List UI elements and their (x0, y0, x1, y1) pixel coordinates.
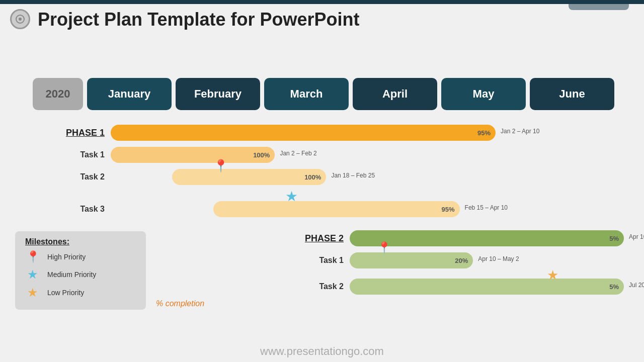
legend-item-high: 📍 High Priority (25, 250, 136, 263)
phase2-task1-bar-container: 📍 20% Apr 10 – May 2 (350, 252, 624, 268)
phase2-date: Apr 10 – Jun 10 (629, 233, 644, 240)
legend-item-medium: ★ Medium Priority (25, 267, 136, 282)
svg-point-1 (19, 18, 22, 21)
phase1-task3-bar: 95% (213, 201, 460, 217)
high-priority-legend-icon: 📍 (25, 250, 40, 263)
phase2-task1-date: Apr 10 – May 2 (478, 255, 519, 262)
phase1-task3-date: Feb 15 – Apr 10 (465, 204, 508, 211)
month-february: February (176, 78, 260, 110)
year-cell: 2020 (33, 78, 83, 110)
slide: Project Plan Template for PowerPoint 202… (0, 0, 644, 362)
medium-priority-legend-icon: ★ (25, 267, 40, 282)
phase1-task1-label: Task 1 (33, 150, 111, 159)
phase2-task2-bar-container: ★ 5% Jul 20 – Jun 10 (350, 279, 624, 295)
phase1-task1-date: Jan 2 – Feb 2 (280, 150, 316, 157)
task3-medium-priority-icon: ★ (285, 188, 298, 205)
phase2-task1-bar: 20% (350, 252, 473, 268)
phase1-task1-bar: 100% (111, 147, 275, 163)
phase1-task2-bar-container: 📍 100% Jan 18 – Feb 25 (111, 169, 624, 185)
month-june: June (530, 78, 614, 110)
phase1-bar: 95% (111, 125, 496, 141)
timeline-header: 2020 January February March April May Ju… (33, 78, 614, 110)
high-priority-legend-label: High Priority (47, 253, 86, 261)
legend-title: Milestones: (25, 237, 136, 246)
phase2-task2-bar: 5% (350, 279, 624, 295)
phase1-bar-container: 95% Jan 2 – Apr 10 (111, 125, 624, 141)
circle-logo (10, 9, 30, 29)
task2-high-priority-icon: 📍 (213, 159, 228, 173)
phase1-task2-date: Jan 18 – Feb 25 (331, 172, 375, 179)
phase1-date: Jan 2 – Apr 10 (501, 128, 539, 135)
legend-box: Milestones: 📍 High Priority ★ Medium Pri… (15, 231, 146, 310)
phase2-task2-date: Jul 20 – Jun 10 (629, 282, 644, 289)
phase2-task2-low-priority-icon: ★ (547, 267, 558, 283)
phase1-task2-label: Task 2 (33, 172, 111, 182)
top-bar (0, 0, 644, 4)
legend-item-low: ★ Low Priority (25, 286, 136, 300)
top-right-decoration (569, 0, 629, 10)
month-january: January (87, 78, 172, 110)
footer: www.presentationgo.com (0, 345, 644, 358)
low-priority-legend-label: Low Priority (47, 289, 84, 297)
phase1-task3-label: Task 3 (33, 205, 111, 214)
phase2-task1-high-priority-icon: 📍 (377, 241, 391, 254)
month-april: April (353, 78, 437, 110)
phase1-label: PHASE 1 (33, 128, 111, 138)
phase1-task2-bar: 100% (172, 169, 326, 185)
completion-note: % completion (156, 299, 204, 308)
page-title: Project Plan Template for PowerPoint (38, 9, 359, 30)
phase1-task3-row: Task 3 ★ 95% Feb 15 – Apr 10 (33, 201, 624, 217)
phase1-row: PHASE 1 95% Jan 2 – Apr 10 (33, 125, 624, 141)
phase1-task2-row: Task 2 📍 100% Jan 18 – Feb 25 (33, 169, 624, 185)
low-priority-legend-icon: ★ (25, 286, 40, 300)
month-march: March (264, 78, 349, 110)
month-may: May (441, 78, 526, 110)
phase1-task1-row: Task 1 100% Jan 2 – Feb 2 (33, 147, 624, 163)
medium-priority-legend-label: Medium Priority (47, 270, 96, 279)
phase1-task3-bar-container: ★ 95% Feb 15 – Apr 10 (111, 201, 624, 217)
phase1-task1-bar-container: 100% Jan 2 – Feb 2 (111, 147, 624, 163)
